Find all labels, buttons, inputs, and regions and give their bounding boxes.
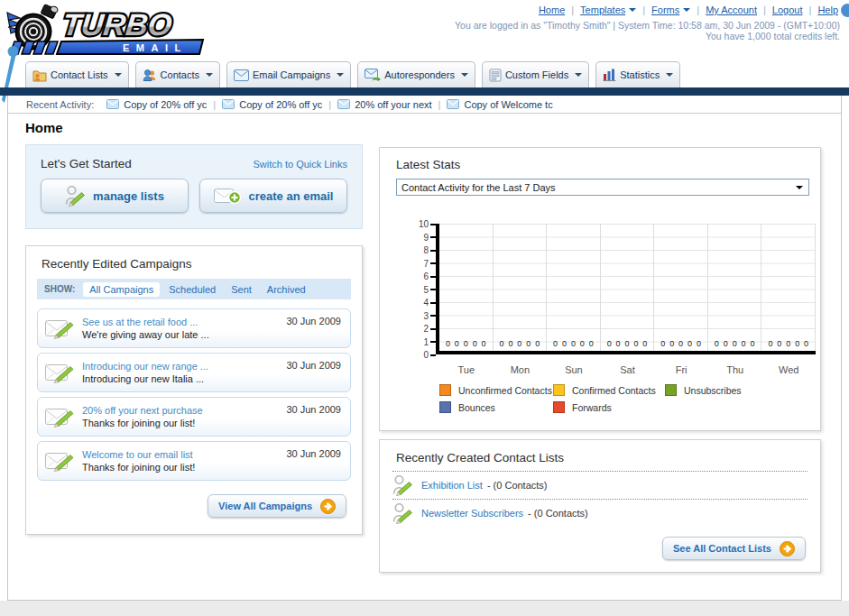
recent-activity-item[interactable]: 20% off your next — [337, 99, 431, 110]
x-axis-label: Thu — [708, 364, 762, 375]
legend-item: Unconfirmed Contacts — [439, 384, 553, 396]
contact-list-name-link[interactable]: Newsletter Subscribers — [421, 508, 523, 519]
contact-list-name-link[interactable]: Exhibition List — [421, 480, 483, 491]
campaign-subtitle: Thanks for joining our list! — [82, 417, 286, 429]
help-bubble-icon[interactable] — [841, 4, 849, 17]
tab-label: Email Campaigns — [253, 69, 330, 80]
filter-scheduled[interactable]: Scheduled — [162, 282, 222, 297]
see-all-contact-lists-button[interactable]: See All Contact Lists — [662, 537, 806, 560]
stats-period-select[interactable]: Contact Activity for the Last 7 Days — [396, 179, 809, 196]
chart-value: 0 — [571, 339, 576, 348]
show-label: SHOW: — [44, 284, 75, 294]
chart-zero-values: 00000 — [549, 339, 598, 348]
chart-value: 0 — [562, 339, 567, 348]
filter-sent[interactable]: Sent — [225, 282, 258, 297]
chart-value: 0 — [688, 339, 692, 348]
chevron-down-icon — [206, 73, 213, 77]
tab-label: Autoresponders — [384, 69, 455, 80]
legend-swatch — [553, 401, 565, 413]
campaign-item-text: Introducing our new range ...Introducing… — [82, 360, 286, 385]
filter-archived[interactable]: Archived — [261, 282, 312, 297]
page-title: Home — [25, 120, 63, 135]
manage-lists-button[interactable]: manage lists — [41, 179, 189, 213]
chart-y-axis: 109876543210 — [383, 224, 436, 358]
view-all-campaigns-button[interactable]: View All Campaigns — [208, 494, 346, 518]
chart-day-column: 00000 — [439, 224, 494, 351]
nav-link-templates[interactable]: Templates — [580, 5, 625, 15]
legend-label: Bounces — [458, 402, 495, 413]
chart-value: 0 — [616, 339, 621, 348]
recent-activity-item[interactable]: Copy of 20% off yc — [106, 99, 207, 110]
envelope-pencil-icon — [45, 362, 74, 383]
recent-activity-item-label: Copy of 20% off yc — [124, 99, 207, 110]
nav-link-home[interactable]: Home — [539, 5, 565, 15]
contact-list-item: Newsletter Subscribers- (0 Contacts) — [380, 500, 820, 527]
y-axis-label: 0 — [423, 350, 436, 360]
recent-activity-item[interactable]: Copy of Welcome tc — [447, 99, 552, 110]
chart-day-column: 00000 — [761, 224, 816, 351]
nav-link-my-account[interactable]: My Account — [706, 5, 757, 15]
nav-link-forms[interactable]: Forms — [651, 5, 679, 15]
recent-activity-label: Recent Activity: — [26, 99, 94, 110]
x-axis-label: Wed — [761, 364, 816, 375]
campaign-title-link[interactable]: Welcome to our email list — [82, 448, 286, 461]
person-pencil-icon — [65, 185, 85, 207]
nav-link-help[interactable]: Help — [817, 5, 838, 15]
chart-value: 0 — [795, 339, 799, 348]
campaign-subtitle: Introducing our new Italia ... — [82, 372, 286, 385]
tab-custom-fields[interactable]: Custom Fields — [482, 61, 589, 87]
campaign-subtitle: We're giving away our late ... — [82, 328, 286, 341]
nav-separator: | — [571, 5, 574, 15]
campaign-item: Welcome to our email listThanks for join… — [37, 441, 351, 481]
tab-label: Contacts — [161, 69, 199, 80]
legend-label: Confirmed Contacts — [572, 385, 656, 396]
chart-value: 0 — [642, 339, 647, 348]
tab-label: Statistics — [620, 69, 660, 80]
y-tick-value: 2 — [423, 324, 429, 334]
envelope-icon — [234, 69, 249, 81]
dropdown-caret-icon — [683, 8, 690, 12]
envelope-plus-icon — [214, 188, 241, 205]
campaign-title-link[interactable]: Introducing our new range ... — [82, 360, 286, 372]
tab-contact-lists[interactable]: Contact Lists — [25, 61, 129, 87]
chart-value: 0 — [660, 339, 665, 348]
tab-statistics[interactable]: Statistics — [595, 61, 680, 87]
recent-activity-bar: Recent Activity: Copy of 20% off yc|Copy… — [8, 96, 841, 114]
person-pencil-icon — [392, 502, 412, 524]
chart-zero-values: 00000 — [441, 339, 491, 348]
nav-separator: | — [697, 5, 699, 15]
contact-list-count: - (0 Contacts) — [528, 508, 588, 519]
campaign-subtitle: Thanks for joining our list! — [82, 461, 286, 473]
campaign-title-link[interactable]: 20% off your next purchase — [82, 404, 286, 417]
tab-email-campaigns[interactable]: Email Campaigns — [226, 61, 351, 87]
chart-value: 0 — [607, 339, 612, 348]
chart-day-column: 00000 — [654, 224, 708, 351]
create-email-button[interactable]: create an email — [199, 179, 347, 213]
chart-value: 0 — [768, 339, 772, 348]
chart-value: 0 — [777, 339, 781, 348]
tab-contacts[interactable]: Contacts — [135, 61, 220, 87]
campaigns-panel-title: Recently Edited Campaigns — [42, 257, 346, 271]
campaign-filters: All CampaignsScheduledSentArchived — [83, 282, 314, 297]
y-tick-value: 8 — [423, 245, 429, 255]
chart-value: 0 — [455, 339, 459, 348]
tab-autoresponders[interactable]: Autoresponders — [357, 61, 475, 87]
chart-value: 0 — [508, 339, 512, 348]
campaign-title-link[interactable]: See us at the retail food ... — [82, 316, 286, 328]
envelope-pencil-icon — [45, 317, 74, 339]
contact-list-count: - (0 Contacts) — [487, 480, 548, 491]
switch-quick-links-link[interactable]: Switch to Quick Links — [253, 159, 347, 170]
nav-link-logout[interactable]: Logout — [772, 5, 803, 15]
filter-all-campaigns[interactable]: All Campaigns — [83, 282, 160, 297]
y-axis-label: 3 — [423, 311, 436, 321]
recent-activity-item[interactable]: Copy of 20% off yc — [222, 99, 322, 110]
recent-contact-lists-panel: Recently Created Contact Lists Exhibitio… — [379, 439, 821, 573]
chart-value: 0 — [580, 339, 585, 348]
legend-swatch — [553, 384, 565, 396]
campaign-item-text: 20% off your next purchaseThanks for joi… — [82, 404, 286, 429]
chart-zero-values: 00000 — [710, 339, 760, 348]
legend-label: Unconfirmed Contacts — [458, 385, 552, 396]
navy-divider-bar — [0, 87, 849, 96]
page: TURBO EMAIL Home|Templates|Forms|My Acco… — [0, 0, 849, 616]
chart-value: 0 — [535, 339, 540, 348]
